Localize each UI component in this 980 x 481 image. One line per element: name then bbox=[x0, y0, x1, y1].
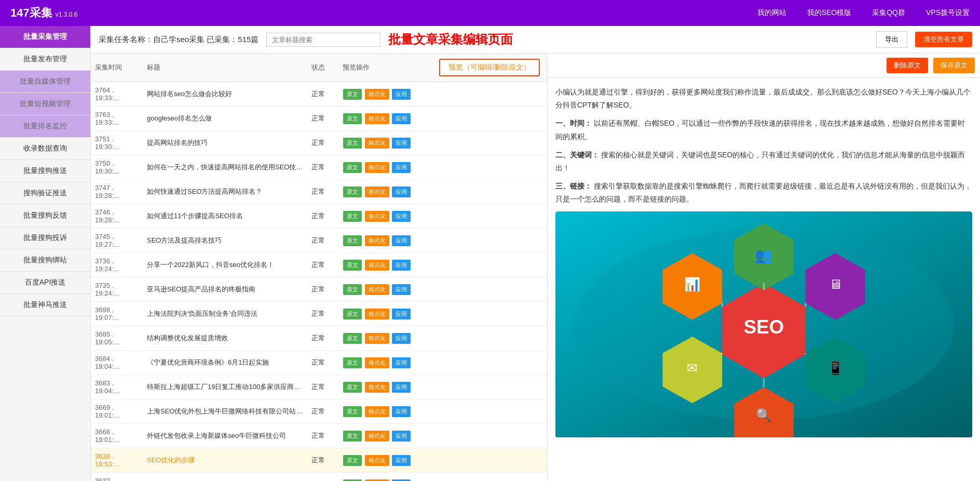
btn-format-1[interactable]: 格式化 bbox=[365, 113, 389, 124]
export-button[interactable]: 导出 bbox=[876, 31, 907, 48]
btn-apply-14[interactable]: 应用 bbox=[392, 431, 411, 442]
btn-apply-10[interactable]: 应用 bbox=[392, 333, 411, 344]
sidebar-item-rank-monitor[interactable]: 批量排名监控 bbox=[0, 115, 90, 138]
btn-format-5[interactable]: 格式化 bbox=[365, 211, 389, 222]
right-preview: 删除原文 保存原文 小编认为就是通过引擎，得到好的，获得更多网站度我们称作流量，… bbox=[548, 54, 980, 481]
btn-apply-12[interactable]: 应用 bbox=[392, 382, 411, 393]
nav-seo-template[interactable]: 我的SEO模版 bbox=[807, 8, 852, 18]
sidebar-item-baidu-api[interactable]: 百度API推送 bbox=[0, 272, 90, 294]
sidebar-item-sogou-push[interactable]: 批量搜狗推送 bbox=[0, 160, 90, 182]
col-actions: 预览操作 bbox=[338, 54, 432, 82]
table-row: 3668 . 19:01:... 外链代发包收录上海新媒体seo牛巨微科技公司 … bbox=[91, 424, 547, 448]
btn-original-12[interactable]: 原文 bbox=[343, 382, 362, 393]
cell-time: 3668 . 19:01:... bbox=[91, 424, 143, 448]
btn-format-6[interactable]: 格式化 bbox=[365, 235, 389, 246]
btn-original-15[interactable]: 原文 bbox=[343, 455, 362, 466]
cell-title: 外链代发包收录上海新媒体seo牛巨微科技公司 bbox=[143, 424, 307, 448]
preview-section3: 三、链接： 搜索引擎获取数据靠的是搜索引擎蜘蛛爬行，而爬行就需要超级链接，最近总… bbox=[555, 180, 972, 206]
btn-apply-4[interactable]: 应用 bbox=[392, 186, 411, 197]
cell-title: 如何利用SEO做全网霸屏营销? bbox=[143, 473, 307, 482]
sidebar-item-sogou-feedback[interactable]: 批量搜狗反馈 bbox=[0, 205, 90, 227]
search-input[interactable] bbox=[266, 33, 380, 47]
btn-format-2[interactable]: 格式化 bbox=[365, 138, 389, 149]
btn-apply-7[interactable]: 应用 bbox=[392, 260, 411, 271]
sidebar-item-sogou-verify[interactable]: 搜狗验证推送 bbox=[0, 182, 90, 205]
btn-apply-2[interactable]: 应用 bbox=[392, 138, 411, 149]
cell-status: 正常 bbox=[307, 253, 338, 277]
nav-qq-group[interactable]: 采集QQ群 bbox=[872, 8, 905, 18]
btn-original-10[interactable]: 原文 bbox=[343, 333, 362, 344]
preview-header-btn[interactable]: 预览（可编辑/删除原文） bbox=[439, 59, 540, 76]
svg-text:📊: 📊 bbox=[684, 276, 701, 292]
btn-apply-5[interactable]: 应用 bbox=[392, 211, 411, 222]
delete-original-button[interactable]: 删除原文 bbox=[887, 58, 928, 73]
btn-format-14[interactable]: 格式化 bbox=[365, 431, 389, 442]
btn-original-11[interactable]: 原文 bbox=[343, 357, 362, 368]
col-time: 采集时间 bbox=[91, 54, 143, 82]
btn-format-16[interactable]: 格式化 bbox=[365, 479, 389, 482]
cell-status: 正常 bbox=[307, 448, 338, 473]
btn-original-1[interactable]: 原文 bbox=[343, 113, 362, 124]
nav-vps-settings[interactable]: VPS拨号设置 bbox=[926, 8, 970, 18]
btn-original-13[interactable]: 原文 bbox=[343, 406, 362, 417]
cell-title: 亚马逊SEO提高产品排名的终极指南 bbox=[143, 277, 307, 302]
btn-original-5[interactable]: 原文 bbox=[343, 211, 362, 222]
save-original-button[interactable]: 保存原文 bbox=[933, 58, 975, 73]
btn-apply-16[interactable]: 应用 bbox=[392, 479, 411, 482]
btn-format-4[interactable]: 格式化 bbox=[365, 186, 389, 197]
btn-original-9[interactable]: 原文 bbox=[343, 309, 362, 319]
btn-apply-1[interactable]: 应用 bbox=[392, 113, 411, 124]
btn-format-3[interactable]: 格式化 bbox=[365, 162, 389, 173]
sidebar-item-media-manage[interactable]: 批量自媒体管理 bbox=[0, 71, 90, 93]
sidebar-item-sogou-complaint[interactable]: 批量搜狗投诉 bbox=[0, 227, 90, 249]
btn-original-3[interactable]: 原文 bbox=[343, 162, 362, 173]
cell-actions: 原文 格式化 应用 bbox=[338, 229, 432, 253]
header-bar: 采集任务名称：自己学seo采集 已采集：515篇 批量文章采集编辑页面 导出 清… bbox=[91, 26, 980, 54]
btn-apply-8[interactable]: 应用 bbox=[392, 284, 411, 295]
btn-apply-13[interactable]: 应用 bbox=[392, 406, 411, 417]
sidebar-item-sogou-bind[interactable]: 批量搜狗绑站 bbox=[0, 249, 90, 272]
btn-apply-0[interactable]: 应用 bbox=[392, 89, 411, 100]
cell-status: 正常 bbox=[307, 204, 338, 229]
btn-original-0[interactable]: 原文 bbox=[343, 89, 362, 100]
nav-links: 我的网站 我的SEO模版 采集QQ群 VPS拨号设置 bbox=[757, 8, 970, 18]
btn-apply-15[interactable]: 应用 bbox=[392, 455, 411, 466]
btn-format-12[interactable]: 格式化 bbox=[365, 382, 389, 393]
btn-format-13[interactable]: 格式化 bbox=[365, 406, 389, 417]
btn-format-7[interactable]: 格式化 bbox=[365, 260, 389, 271]
btn-apply-3[interactable]: 应用 bbox=[392, 162, 411, 173]
content-area: 采集任务名称：自己学seo采集 已采集：515篇 批量文章采集编辑页面 导出 清… bbox=[91, 26, 980, 481]
sidebar-item-publish-manage[interactable]: 批量发布管理 bbox=[0, 48, 90, 71]
cell-title: 如何通过11个步骤提高SEO排名 bbox=[143, 204, 307, 229]
cell-status: 正常 bbox=[307, 180, 338, 204]
sidebar-item-video-manage[interactable]: 批量短视频管理 bbox=[0, 93, 90, 115]
cell-title: 结构调整优化发展提质增效 bbox=[143, 326, 307, 351]
nav-my-website[interactable]: 我的网站 bbox=[757, 8, 786, 18]
btn-format-11[interactable]: 格式化 bbox=[365, 357, 389, 368]
btn-original-6[interactable]: 原文 bbox=[343, 235, 362, 246]
btn-original-7[interactable]: 原文 bbox=[343, 260, 362, 271]
btn-format-10[interactable]: 格式化 bbox=[365, 333, 389, 344]
table-row: 3669 . 19:01:... 上海SEO优化外包上海牛巨微网络科技有限公司站… bbox=[91, 399, 547, 424]
cell-time: 3669 . 19:01:... bbox=[91, 399, 143, 424]
cell-time: 3698 . 19:07:... bbox=[91, 302, 143, 326]
sidebar-item-shenma-push[interactable]: 批量神马推送 bbox=[0, 294, 90, 316]
cell-status: 正常 bbox=[307, 277, 338, 302]
clear-all-button[interactable]: 清空所有文章 bbox=[915, 32, 972, 47]
btn-original-4[interactable]: 原文 bbox=[343, 186, 362, 197]
sidebar-item-data-query[interactable]: 收录数据查询 bbox=[0, 138, 90, 160]
btn-format-9[interactable]: 格式化 bbox=[365, 309, 389, 319]
btn-format-0[interactable]: 格式化 bbox=[365, 89, 389, 100]
btn-apply-6[interactable]: 应用 bbox=[392, 235, 411, 246]
cell-empty bbox=[432, 302, 547, 326]
btn-original-16[interactable]: 原文 bbox=[343, 479, 362, 482]
sidebar-item-collect-manage[interactable]: 批量采集管理 bbox=[0, 26, 90, 48]
btn-format-15[interactable]: 格式化 bbox=[365, 455, 389, 466]
btn-original-2[interactable]: 原文 bbox=[343, 138, 362, 149]
btn-apply-11[interactable]: 应用 bbox=[392, 357, 411, 368]
table-row: 3746 . 19:28:... 如何通过11个步骤提高SEO排名 正常 原文 … bbox=[91, 204, 547, 229]
btn-apply-9[interactable]: 应用 bbox=[392, 309, 411, 319]
btn-original-8[interactable]: 原文 bbox=[343, 284, 362, 295]
btn-original-14[interactable]: 原文 bbox=[343, 431, 362, 442]
btn-format-8[interactable]: 格式化 bbox=[365, 284, 389, 295]
